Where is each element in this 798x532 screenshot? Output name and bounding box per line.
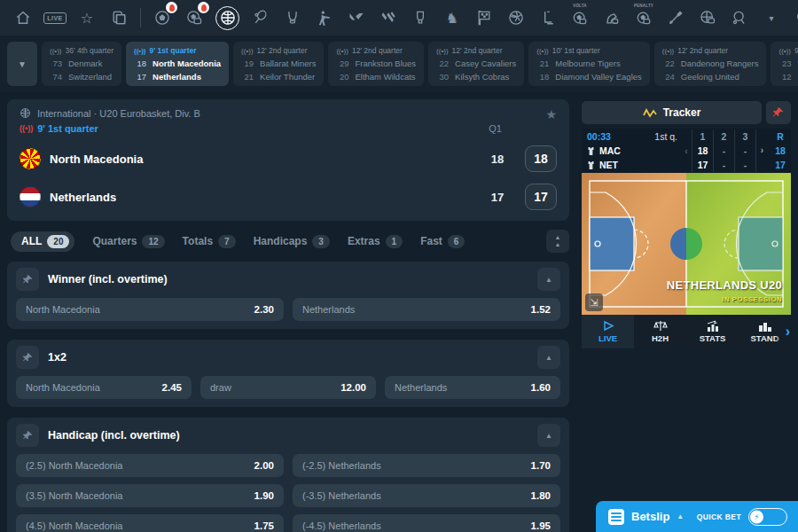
- search-icon[interactable]: [793, 7, 798, 28]
- collapse-market-button[interactable]: ▲: [537, 268, 560, 291]
- score: 22: [436, 59, 449, 68]
- tab-handicaps[interactable]: Handicaps3: [254, 235, 330, 248]
- home-icon[interactable]: [12, 7, 34, 28]
- tab-totals[interactable]: Totals7: [183, 235, 236, 248]
- score: 22: [662, 59, 675, 68]
- odds-button[interactable]: Netherlands1.60: [385, 376, 560, 399]
- collapse-all-button[interactable]: ▲▲: [546, 230, 569, 253]
- racing-flag-icon[interactable]: [473, 7, 495, 28]
- soccer-icon[interactable]: [152, 7, 173, 28]
- tab-quarters[interactable]: Quarters12: [92, 235, 164, 248]
- volta-football-icon[interactable]: VOLTA: [569, 7, 591, 28]
- counter-strike-icon[interactable]: [314, 7, 335, 28]
- ticker-match-card[interactable]: ((•))36' 4th quarter 73Denmark 74Switzer…: [42, 42, 121, 86]
- tracker-scoreboard: 00:33 1st q. 1 2 3 R MAC ‹ 18 - - › 18 N…: [582, 129, 791, 173]
- odds-value: 1.95: [531, 520, 551, 531]
- market-title: Winner (incl. overtime): [48, 273, 528, 286]
- ticker-match-card[interactable]: ((•))12' 2nd quarter 19Ballarat Miners 2…: [233, 42, 324, 86]
- score: 74: [50, 72, 62, 82]
- quarter-score: 18: [484, 153, 511, 166]
- tabs-scroll-chevron-right-icon[interactable]: ›: [775, 315, 791, 348]
- expand-tracker-button[interactable]: ⇲: [585, 293, 603, 311]
- pin-icon: [22, 352, 34, 364]
- betslip-bar[interactable]: Betslip ▲ QUICK BET ⚡: [596, 501, 798, 532]
- selection-label: (-3.5) Netherlands: [302, 490, 531, 501]
- team-name: Dandenong Rangers: [681, 59, 759, 68]
- esoccer-icon[interactable]: [184, 7, 205, 28]
- ticker-match-card[interactable]: ((•))12' 2nd quarter 29Frankston Blues 2…: [328, 42, 424, 86]
- odds-button[interactable]: (3.5) North Macedonia1.90: [16, 484, 284, 507]
- betslips-icon[interactable]: [108, 7, 129, 28]
- favorite-star-icon[interactable]: ★: [545, 107, 557, 121]
- odds-button[interactable]: (-2.5) Netherlands1.70: [293, 454, 560, 477]
- odds-button[interactable]: Netherlands1.52: [293, 298, 560, 321]
- volleyball-icon[interactable]: [505, 7, 527, 28]
- favorites-star-icon[interactable]: ☆: [76, 7, 98, 28]
- pin-button[interactable]: [16, 346, 39, 369]
- tab-count-badge: 12: [142, 235, 164, 248]
- chess-icon[interactable]: ♞: [442, 7, 463, 28]
- efighting-icon[interactable]: [410, 7, 431, 28]
- ehockey-icon[interactable]: [282, 7, 303, 28]
- top-navigation-bar: LIVE ☆ ♞ VOLTA PENALTY ▾: [0, 0, 798, 35]
- odds-value: 1.90: [254, 490, 274, 501]
- play-icon: [601, 320, 615, 332]
- team-name: Denmark: [68, 59, 103, 68]
- pin-button[interactable]: [16, 424, 39, 447]
- score: 18: [134, 59, 146, 68]
- double-chevron-up-icon: ▲▲: [555, 234, 561, 247]
- odds-button[interactable]: (4.5) North Macedonia1.75: [16, 514, 284, 532]
- ticker-match-card-active[interactable]: ((•))9' 1st quarter 18North Macedonia 17…: [126, 42, 229, 86]
- valorant-icon[interactable]: [346, 7, 367, 28]
- odds-button[interactable]: North Macedonia2.30: [16, 298, 284, 321]
- chevron-right-icon[interactable]: ›: [755, 144, 768, 158]
- tab-fast[interactable]: Fast6: [420, 235, 465, 248]
- tab-label: STATS: [700, 333, 726, 343]
- odds-value: 1.80: [531, 490, 551, 501]
- odds-button[interactable]: (-3.5) Netherlands1.80: [293, 484, 560, 507]
- basketball-icon-active[interactable]: [215, 6, 239, 30]
- odds-button[interactable]: (2.5) North Macedonia2.00: [16, 454, 284, 477]
- collapse-market-button[interactable]: ▲: [537, 346, 560, 369]
- nba2k-icon[interactable]: [378, 7, 399, 28]
- match-status-row: ((•)) 9' 1st quarter Q1: [20, 123, 557, 134]
- ticker-match-card[interactable]: ((•))9' 1st quarter 23Waverley Falcons 1…: [771, 42, 798, 86]
- tab-all[interactable]: ALL20: [11, 231, 74, 252]
- pin-button[interactable]: [16, 268, 39, 291]
- collapse-market-button[interactable]: ▲: [537, 424, 560, 447]
- selection-label: (-2.5) Netherlands: [302, 460, 531, 471]
- tab-live[interactable]: LIVE: [582, 315, 634, 348]
- quick-bet-toggle[interactable]: ⚡: [748, 508, 787, 526]
- score: 21: [241, 72, 254, 82]
- ticker-match-card[interactable]: ((•))12' 2nd quarter 22Dandenong Rangers…: [654, 42, 767, 86]
- more-sports-chevron-down-icon[interactable]: ▾: [761, 7, 782, 28]
- tennis-icon[interactable]: [250, 7, 271, 28]
- live-icon[interactable]: LIVE: [44, 7, 66, 28]
- tab-extras[interactable]: Extras1: [348, 235, 403, 248]
- table-tennis-icon[interactable]: [729, 7, 750, 28]
- odds-button[interactable]: North Macedonia2.45: [16, 376, 192, 399]
- tracker-pin-button[interactable]: [766, 101, 791, 124]
- penalty-football-icon[interactable]: PENALTY: [633, 7, 654, 28]
- darts-icon[interactable]: [665, 7, 686, 28]
- pin-icon: [22, 430, 34, 442]
- odds-button[interactable]: (-4.5) Netherlands1.95: [293, 514, 560, 532]
- match-clock: 9' 1st quarter: [37, 123, 98, 134]
- efootball-icon[interactable]: [697, 7, 718, 28]
- ticker-match-card[interactable]: ((•))12' 2nd quarter 22Casey Cavaliers 3…: [428, 42, 524, 86]
- ehorse-racing-icon[interactable]: [601, 7, 622, 28]
- chevron-left-icon[interactable]: ‹: [681, 146, 692, 156]
- tab-h2h[interactable]: H2H: [634, 315, 686, 348]
- odds-button[interactable]: draw12.00: [200, 376, 376, 399]
- tab-label: LIVE: [598, 333, 617, 343]
- tracker-header-button[interactable]: Tracker: [582, 101, 762, 124]
- scales-icon: [653, 320, 668, 332]
- tab-stats[interactable]: STATS: [686, 315, 739, 348]
- jersey-icon: [587, 146, 595, 156]
- league-of-legends-icon[interactable]: [537, 7, 559, 28]
- match-time: 10' 1st quarter: [552, 46, 600, 55]
- ticker-expand-button[interactable]: ▼: [7, 42, 37, 86]
- ticker-match-card[interactable]: ((•))10' 1st quarter 21Melbourne Tigers …: [528, 42, 650, 86]
- tab-count-badge: 20: [47, 235, 69, 248]
- team-name: Melbourne Tigers: [555, 59, 620, 68]
